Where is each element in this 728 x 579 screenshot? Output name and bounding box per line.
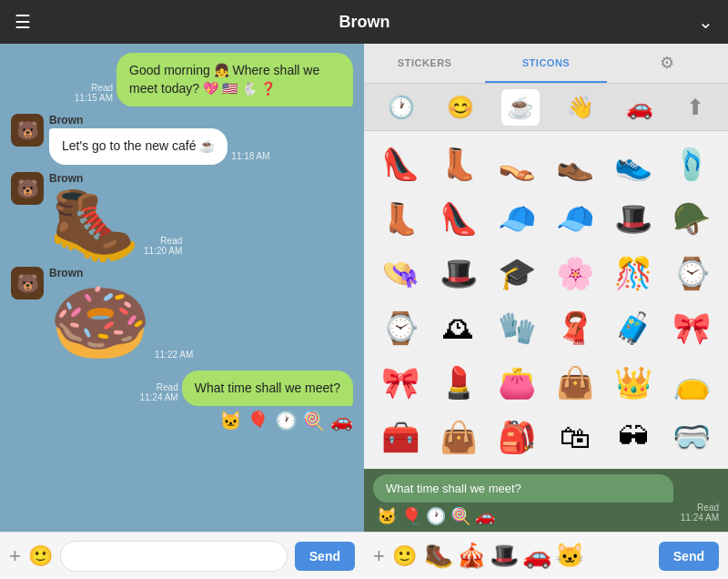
- list-item[interactable]: 👛: [491, 357, 542, 408]
- table-row: 🐻 Brown Let's go to the new café ☕ 11:18…: [11, 114, 353, 165]
- chat-messages: Read 11:15 AM Good morning 👧 Where shall…: [0, 44, 364, 532]
- preview-area: What time shall we meet? 🐱 🎈 🕐 🍭 🚗 Read …: [364, 469, 728, 532]
- list-item[interactable]: 👝: [666, 357, 717, 408]
- category-bar: 🕐 😊 ☕ 👋 🚗 ⬆: [364, 84, 728, 131]
- list-item[interactable]: 🌸: [550, 248, 601, 299]
- list-item[interactable]: 🛍: [550, 411, 601, 462]
- category-upload-icon[interactable]: ⬆: [681, 89, 710, 126]
- category-accessories-icon[interactable]: ☕: [501, 89, 540, 126]
- list-item[interactable]: 🎓: [491, 248, 542, 299]
- send-button[interactable]: Send: [659, 542, 719, 571]
- tab-stickers-label: STICKERS: [398, 57, 452, 68]
- list-item[interactable]: 🪖: [666, 193, 717, 244]
- message-bubble: What time shall we meet?: [182, 371, 353, 407]
- message-bubble: Good morning 👧 Where shall we meet today…: [116, 53, 353, 107]
- chat-panel: Read 11:15 AM Good morning 👧 Where shall…: [0, 44, 364, 579]
- list-item[interactable]: 👠: [375, 138, 426, 189]
- tab-sticons[interactable]: STICONS: [485, 44, 606, 83]
- list-item[interactable]: 🩴: [666, 138, 717, 189]
- list-item[interactable]: 🚗: [522, 542, 551, 570]
- settings-tab[interactable]: ⚙: [607, 44, 728, 83]
- list-item[interactable]: 🥾: [424, 542, 453, 570]
- list-item[interactable]: 👟: [608, 138, 659, 189]
- category-gestures-icon[interactable]: 👋: [561, 89, 600, 126]
- list-item[interactable]: 👒: [375, 248, 426, 299]
- gear-icon: ⚙: [660, 53, 674, 73]
- list-item[interactable]: 👑: [608, 357, 659, 408]
- preview-emoji-row: 🐱 🎈 🕐 🍭 🚗: [373, 506, 673, 526]
- list-item[interactable]: 🧳: [608, 302, 659, 353]
- avatar: 🐻: [11, 114, 44, 147]
- chevron-down-icon[interactable]: ⌄: [698, 11, 713, 33]
- list-item[interactable]: 🧰: [375, 411, 426, 462]
- list-item[interactable]: 👠: [433, 193, 484, 244]
- menu-icon[interactable]: ☰: [15, 11, 31, 33]
- list-item[interactable]: 🧢: [491, 193, 542, 244]
- list-item[interactable]: 👢: [375, 193, 426, 244]
- list-item[interactable]: 🎩: [608, 193, 659, 244]
- table-row: 🐻 Brown 🍩 11:22 AM: [11, 267, 353, 363]
- chat-title: Brown: [339, 13, 390, 32]
- emoji-icon[interactable]: 🙂: [28, 544, 53, 568]
- list-item[interactable]: 🎩: [433, 248, 484, 299]
- msg-time: 11:24 AM: [139, 392, 177, 402]
- list-item[interactable]: 🥽: [666, 411, 717, 462]
- table-row: Read 11:15 AM Good morning 👧 Where shall…: [11, 53, 353, 107]
- read-label: Read: [91, 83, 113, 93]
- list-item[interactable]: 💄: [433, 357, 484, 408]
- list-item[interactable]: 👜: [550, 357, 601, 408]
- list-item[interactable]: 🧣: [550, 302, 601, 353]
- sticker-row: 👠 👢 👡 👞 👟 🩴: [371, 138, 721, 189]
- sticker-row: 👢 👠 🧢 🧢 🎩 🪖: [371, 193, 721, 244]
- list-item[interactable]: 🧢: [550, 193, 601, 244]
- avatar: 🐻: [11, 172, 44, 205]
- list-item[interactable]: ⌚: [666, 248, 717, 299]
- list-item[interactable]: 👢: [433, 138, 484, 189]
- emoji-row: 🐱 🎈 🕐 🍭 🚗: [219, 410, 353, 432]
- read-label: Read: [160, 236, 182, 246]
- msg-time: 11:15 AM: [75, 93, 113, 103]
- list-item[interactable]: 👡: [491, 138, 542, 189]
- preview-bubble: What time shall we meet?: [373, 474, 673, 503]
- msg-time: 11:24 AM: [681, 513, 719, 523]
- send-button[interactable]: Send: [295, 542, 355, 571]
- sticker: 🍩: [49, 281, 151, 363]
- tab-stickers[interactable]: STICKERS: [364, 44, 485, 83]
- list-item[interactable]: 🎒: [491, 411, 542, 462]
- list-item[interactable]: 👜: [433, 411, 484, 462]
- list-item[interactable]: 🎪: [457, 542, 486, 570]
- list-item[interactable]: 🕶: [608, 411, 659, 462]
- avatar: 🐻: [11, 267, 44, 300]
- sticker: 🥾: [49, 187, 140, 259]
- sticker-row: 🧰 👜 🎒 🛍 🕶 🥽: [371, 411, 721, 462]
- sticker-row: 👒 🎩 🎓 🌸 🎊 ⌚: [371, 248, 721, 299]
- msg-time: 11:18 AM: [231, 151, 269, 165]
- category-vehicles-icon[interactable]: 🚗: [621, 89, 659, 126]
- read-label: Read: [697, 503, 719, 513]
- add-icon[interactable]: +: [9, 544, 21, 568]
- tab-sticons-label: STICONS: [522, 57, 570, 68]
- list-item[interactable]: 👞: [550, 138, 601, 189]
- list-item[interactable]: 🎩: [490, 542, 519, 570]
- list-item[interactable]: 🎊: [608, 248, 659, 299]
- table-row: Read 11:24 AM What time shall we meet? 🐱…: [11, 371, 353, 432]
- add-icon[interactable]: +: [373, 544, 385, 568]
- emoji-icon[interactable]: 🙂: [392, 544, 417, 568]
- main-body: Read 11:15 AM Good morning 👧 Where shall…: [0, 44, 728, 579]
- sticker-input-bar: + 🙂 🥾 🎪 🎩 🚗 🐱 Send: [364, 532, 728, 579]
- sticker-grid: 👠 👢 👡 👞 👟 🩴 👢 👠 🧢 🧢 🎩 🪖 👒 🎩 🎓: [364, 131, 728, 469]
- list-item[interactable]: ⌚: [375, 302, 426, 353]
- list-item[interactable]: 🎀: [375, 357, 426, 408]
- sender-name: Brown: [49, 114, 270, 127]
- msg-time: 11:22 AM: [155, 350, 193, 363]
- list-item[interactable]: 🎀: [666, 302, 717, 353]
- sticker-tabs: STICKERS STICONS ⚙: [364, 44, 728, 84]
- message-input[interactable]: [60, 541, 288, 572]
- category-recent-icon[interactable]: 🕐: [382, 89, 420, 126]
- list-item[interactable]: 🕰: [433, 302, 484, 353]
- category-emoji-icon[interactable]: 😊: [441, 89, 480, 126]
- list-item[interactable]: 🐱: [555, 542, 584, 570]
- list-item[interactable]: 🧤: [491, 302, 542, 353]
- sticker-row: 🎀 💄 👛 👜 👑 👝: [371, 357, 721, 408]
- chat-input-bar: + 🙂 Send: [0, 532, 364, 579]
